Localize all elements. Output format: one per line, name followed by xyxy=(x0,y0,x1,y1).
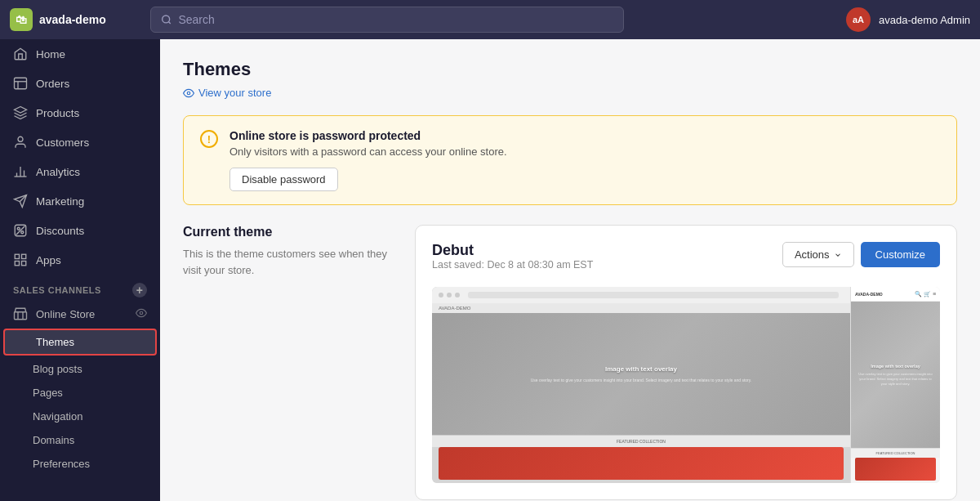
sidebar-item-apps[interactable]: Apps xyxy=(0,245,160,275)
theme-actions: Actions Customize xyxy=(782,242,940,267)
sb-cart-icon: 🛒 xyxy=(924,291,931,297)
orders-icon xyxy=(13,76,28,91)
preview-sidebar-right: AVADA-DEMO 🔍 🛒 ≡ Image with text overlay… xyxy=(850,287,940,483)
svg-rect-2 xyxy=(15,78,27,89)
alert-title: Online store is password protected xyxy=(229,129,507,142)
theme-name: Debut xyxy=(432,242,593,259)
svg-rect-16 xyxy=(22,254,26,258)
current-theme-section: Current theme This is the theme customer… xyxy=(183,225,957,500)
theme-card-header: Debut Last saved: Dec 8 at 08:30 am EST … xyxy=(432,242,940,284)
marketing-icon xyxy=(13,194,28,208)
apps-icon xyxy=(13,253,28,267)
preview-hero: Image with text overlay Use overlay text… xyxy=(432,313,850,435)
page-title: Themes xyxy=(183,59,957,80)
alert-content: Online store is password protected Only … xyxy=(229,129,507,191)
theme-preview: AVADA-DEMO Image with text overlay Use o… xyxy=(432,287,940,483)
sb-menu-icon: ≡ xyxy=(933,291,936,297)
svg-rect-15 xyxy=(15,254,19,258)
customers-icon xyxy=(13,135,28,150)
actions-button[interactable]: Actions xyxy=(782,242,854,267)
eye-icon[interactable] xyxy=(136,307,147,321)
theme-card: Debut Last saved: Dec 8 at 08:30 am EST … xyxy=(415,225,957,500)
svg-point-0 xyxy=(163,16,170,23)
sidebar-item-analytics[interactable]: Analytics xyxy=(0,157,160,186)
sidebar-sub-online-store[interactable]: Online Store xyxy=(0,301,160,327)
preview-sb-product-image xyxy=(855,458,936,481)
search-bar[interactable] xyxy=(150,7,624,33)
preview-hero-text: Image with text overlay xyxy=(605,365,677,374)
home-icon xyxy=(13,47,28,61)
svg-point-6 xyxy=(18,136,23,141)
sidebar-item-customers[interactable]: Customers xyxy=(0,127,160,157)
online-store-icon xyxy=(13,306,28,321)
svg-marker-5 xyxy=(15,107,27,114)
preview-hero-subtext: Use overlay text to give your customers … xyxy=(531,378,752,383)
svg-point-21 xyxy=(187,92,190,95)
sidebar-sub-blog-posts[interactable]: Blog posts xyxy=(0,357,160,381)
alert-icon: ! xyxy=(200,130,218,148)
sidebar-sub-navigation[interactable]: Navigation xyxy=(0,405,160,428)
main-content: Themes View your store ! Online store is… xyxy=(160,39,980,501)
preview-featured: FEATURED COLLECTION xyxy=(432,435,850,447)
sidebar: Home Orders Products Customers Analytics xyxy=(0,39,160,501)
sb-search-icon: 🔍 xyxy=(915,291,922,297)
alert-description: Only visitors with a password can access… xyxy=(229,145,507,158)
preview-product-image xyxy=(439,447,844,480)
admin-label: avada-demo Admin xyxy=(879,14,970,26)
top-nav-right: aA avada-demo Admin xyxy=(846,7,970,32)
preview-topbar xyxy=(432,287,850,303)
section-desc: This is the theme customers see when the… xyxy=(183,246,395,278)
sidebar-sub-preferences[interactable]: Preferences xyxy=(0,452,160,476)
theme-saved: Last saved: Dec 8 at 08:30 am EST xyxy=(432,259,593,271)
brand-logo[interactable]: 🛍 avada-demo xyxy=(10,8,140,31)
sidebar-sub-themes[interactable]: Themes xyxy=(3,329,157,356)
svg-point-20 xyxy=(140,311,143,315)
preview-main: AVADA-DEMO Image with text overlay Use o… xyxy=(432,287,850,483)
sidebar-sub-domains[interactable]: Domains xyxy=(0,428,160,452)
current-theme-description: Current theme This is the theme customer… xyxy=(183,225,395,500)
avatar[interactable]: aA xyxy=(846,7,871,32)
analytics-icon xyxy=(13,164,28,179)
top-nav: 🛍 avada-demo aA avada-demo Admin xyxy=(0,0,980,39)
view-store-link[interactable]: View your store xyxy=(183,87,957,99)
discounts-icon xyxy=(13,223,28,238)
svg-point-12 xyxy=(21,231,24,234)
sidebar-item-orders[interactable]: Orders xyxy=(0,69,160,98)
chevron-down-icon xyxy=(834,251,842,259)
svg-rect-17 xyxy=(15,262,19,266)
svg-rect-19 xyxy=(15,312,27,320)
eye-store-icon xyxy=(183,87,194,99)
search-icon xyxy=(161,14,172,25)
disable-password-button[interactable]: Disable password xyxy=(229,168,338,191)
brand-name: avada-demo xyxy=(39,13,106,26)
preview-brand: AVADA-DEMO xyxy=(432,303,850,313)
customize-button[interactable]: Customize xyxy=(861,242,940,267)
svg-line-1 xyxy=(168,22,170,24)
sidebar-item-discounts[interactable]: Discounts xyxy=(0,216,160,245)
main-layout: Home Orders Products Customers Analytics xyxy=(0,39,980,501)
section-heading: Current theme xyxy=(183,225,395,239)
search-input[interactable] xyxy=(178,13,613,26)
preview-sb-topbar: AVADA-DEMO 🔍 🛒 ≡ xyxy=(851,287,940,302)
svg-rect-18 xyxy=(22,262,26,266)
sidebar-sub-pages[interactable]: Pages xyxy=(0,381,160,405)
sidebar-item-home[interactable]: Home xyxy=(0,39,160,69)
add-sales-channel-btn[interactable]: + xyxy=(132,283,147,297)
sales-channels-label: SALES CHANNELS + xyxy=(0,275,160,301)
products-icon xyxy=(13,105,28,120)
alert-banner: ! Online store is password protected Onl… xyxy=(183,115,957,205)
sidebar-item-products[interactable]: Products xyxy=(0,98,160,127)
sidebar-item-marketing[interactable]: Marketing xyxy=(0,186,160,216)
brand-icon: 🛍 xyxy=(10,8,33,31)
svg-point-11 xyxy=(17,227,20,230)
preview-sb-hero: Image with text overlay Use overlay text… xyxy=(851,302,940,448)
